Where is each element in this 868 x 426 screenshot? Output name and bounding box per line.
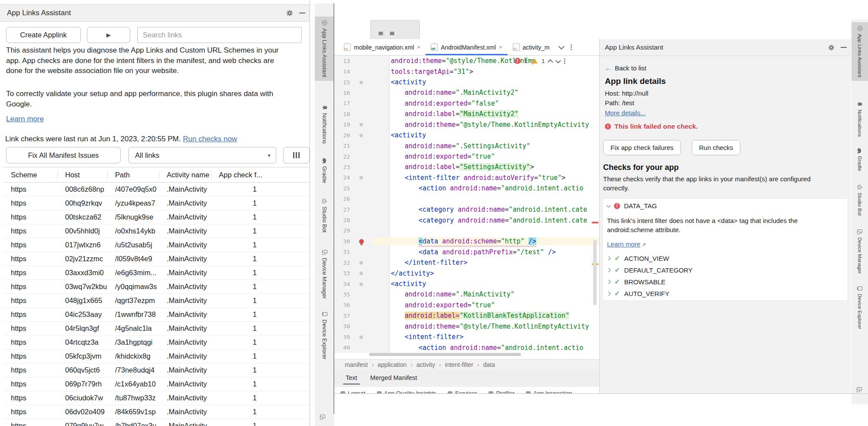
vertical-scrollbar[interactable] <box>593 240 597 305</box>
table-row[interactable]: https03wq7w2kbu/y0qqimaw3s.MainActivity1 <box>3 280 310 294</box>
code-line[interactable]: 36android:exported="true" <box>334 300 599 310</box>
fold-icon[interactable]: ⊖ <box>350 132 373 139</box>
code-line[interactable]: 24⊖<intent-filter android:autoVerify="tr… <box>334 173 599 183</box>
next-issue-icon[interactable] <box>556 58 561 63</box>
editor-tab-androidmanifest-xml[interactable]: MFAndroidManifest.xml× <box>426 39 507 55</box>
code-line[interactable]: 17android:exported="false" <box>334 98 599 109</box>
tool-window-button-logcat[interactable]: Logcat <box>340 386 366 393</box>
table-row[interactable]: https00v5hhld0j/o0xhs14ykb.MainActivity1 <box>3 224 310 238</box>
column-header[interactable]: App check f... <box>211 171 310 179</box>
code-line[interactable]: 35android:name=".MainActivity" <box>334 289 599 300</box>
gear-icon[interactable] <box>286 10 293 17</box>
table-row[interactable]: https069p7r79rh/c1x64yab10.MainActivity1 <box>3 377 310 391</box>
column-header[interactable]: Activity name <box>159 171 211 179</box>
create-applink-button[interactable]: Create Applink <box>6 27 81 43</box>
fix-all-manifest-issues-button[interactable]: Fix All Manifest Issues <box>6 147 121 163</box>
breadcrumb-item-intent-filter[interactable]: intent-filter <box>445 361 473 368</box>
fold-icon[interactable]: ⊖ <box>350 260 373 266</box>
gear-icon[interactable] <box>828 44 835 51</box>
code-line[interactable]: 30<data android:scheme="http" /> <box>334 236 599 246</box>
table-row[interactable]: https048jg1x665/qgrt37ezpm.MainActivity1 <box>3 294 310 308</box>
fold-icon[interactable]: ⊖ <box>350 334 373 340</box>
breadcrumb-item-manifest[interactable]: manifest <box>345 361 368 368</box>
breadcrumb-item-application[interactable]: application <box>378 361 407 368</box>
tool-window-button-profiler[interactable]: Profiler <box>488 386 515 393</box>
check-item-default_category[interactable]: ✓DEFAULT_CATEGORY <box>607 266 693 274</box>
check-item-auto_verify[interactable]: ✓AUTO_VERIFY <box>607 290 670 297</box>
column-settings-button[interactable] <box>283 147 310 163</box>
code-line[interactable]: 27<category android:name="android.intent… <box>334 204 599 215</box>
code-line[interactable]: 21android:name=".SettingsActivity" <box>334 140 599 151</box>
horizontal-scrollbar[interactable] <box>369 353 521 356</box>
run-checks-now-link[interactable]: Run checks now <box>183 135 237 143</box>
tool-strip-item-device-explorer[interactable]: Device Explorer <box>315 308 334 363</box>
tool-strip-item-studio-bot[interactable]: Studio Bot <box>315 195 334 236</box>
table-row[interactable]: https06dv02o409/84k659v1sp.MainActivity1 <box>3 405 310 419</box>
table-row[interactable]: https00tskcza62/5lknugk9se.MainActivity1 <box>3 210 310 224</box>
code-line[interactable]: 37android:label="KotlinBlankTestApplicat… <box>334 310 599 321</box>
table-row[interactable]: https060qv5jct6/73ne8udqj4.MainActivity1 <box>3 363 310 377</box>
learn-more-link[interactable]: Learn more <box>6 115 44 123</box>
check-item-data-tag[interactable]: ! DATA_TAG <box>607 202 657 210</box>
fold-icon[interactable]: ⊖ <box>350 174 373 181</box>
tool-strip-item-device-manager[interactable]: Device Manager <box>315 246 334 303</box>
fold-icon[interactable]: ⊖ <box>350 281 373 287</box>
code-line[interactable]: 31<data android:pathPrefix="/test" /> <box>334 247 599 257</box>
code-line[interactable]: 22android:exported="true" <box>334 151 599 162</box>
breadcrumb-item-data[interactable]: data <box>483 361 495 368</box>
table-row[interactable]: https00hq9zrkqv/yzu4kpeas7.MainActivity1 <box>3 196 310 210</box>
code-line[interactable]: 26 <box>334 193 599 204</box>
inspection-widget[interactable]: ! 1 1 <box>515 57 565 65</box>
close-icon[interactable]: × <box>499 44 502 50</box>
code-editor[interactable]: 13android:theme="@style/Theme.KotlinEmp1… <box>334 56 599 353</box>
code-line[interactable]: 18android:label="MainActivity2" <box>334 109 599 119</box>
code-line[interactable]: 16android:name=".MainActivity2" <box>334 87 599 98</box>
code-line[interactable]: 15⊖<activity <box>334 77 599 87</box>
fold-icon[interactable]: ⊖ <box>350 270 373 276</box>
links-filter-dropdown[interactable]: All links ▾ <box>129 147 276 163</box>
table-row[interactable]: https04r5lqn3gf/4g5nalc1la.MainActivity1 <box>3 322 310 336</box>
code-line[interactable]: 25<action android:name="android.intent.a… <box>334 183 599 193</box>
tool-window-button-app-inspection[interactable]: App Inspection <box>526 386 572 393</box>
editor-tab-mobile-navigation-xml[interactable]: <>mobile_navigation.xml× <box>339 39 426 55</box>
tab-options-kebab-icon[interactable] <box>571 44 572 50</box>
fix-app-check-failures-button[interactable]: Fix app check failures <box>603 140 681 155</box>
tool-strip-item-studio-bot[interactable]: Studio Bot <box>851 181 868 219</box>
table-row[interactable]: https06ciudok7w/tu87hwp33z.MainActivity1 <box>3 391 310 405</box>
learn-more-link[interactable]: Learn more↗ <box>607 240 646 248</box>
fold-icon[interactable]: ⊖ <box>350 121 373 128</box>
breadcrumb-item-activity[interactable]: activity <box>416 361 435 368</box>
minimize-icon[interactable] <box>841 47 847 48</box>
tool-strip-item-device-explorer[interactable]: Device Explorer <box>851 282 868 333</box>
fold-icon[interactable]: ⊖ <box>350 79 373 86</box>
code-line[interactable]: 28<category android:name="android.intent… <box>334 215 599 225</box>
more-options-icon[interactable] <box>564 58 565 64</box>
column-header[interactable]: Host <box>58 171 108 179</box>
minimize-icon[interactable] <box>299 13 305 13</box>
table-row[interactable]: https04rtcqtz3a/3a1hgptqgi.MainActivity1 <box>3 336 310 349</box>
code-line[interactable]: 33⊖</activity> <box>334 268 599 278</box>
table-row[interactable]: https02jv21zzmc/l059v8t4e9.MainActivity1 <box>3 252 310 266</box>
column-header[interactable]: Path <box>108 171 159 179</box>
code-line[interactable]: 40<action android:name="android.intent.a… <box>334 342 599 353</box>
code-line[interactable]: 29 <box>334 226 599 236</box>
links-table-header[interactable]: SchemeHostPathActivity nameApp check f..… <box>3 167 310 183</box>
tool-strip-item-notifications[interactable]: Notifications <box>315 101 334 147</box>
search-links-input[interactable] <box>137 27 302 43</box>
table-row[interactable]: https03axxd3mi0/e6g63mim....MainActivity… <box>3 266 310 280</box>
tool-window-button-app-quality-insights[interactable]: App Quality Insights <box>377 386 436 393</box>
tool-strip-item-gradle[interactable]: Gradle <box>315 155 334 186</box>
table-row[interactable]: https079g9luv7w/h7bd07ox3y.MainActivity1 <box>3 419 310 426</box>
back-to-list-link[interactable]: ← Back to list <box>605 64 647 72</box>
check-item-browsable[interactable]: ✓BROWSABLE <box>607 278 666 286</box>
error-bulb-icon[interactable] <box>350 239 373 244</box>
tool-strip-item-app-links-assistant[interactable]: App Links Assistant <box>315 17 334 81</box>
prev-issue-icon[interactable] <box>548 59 554 65</box>
tool-strip-item-device-manager[interactable]: Device Manager <box>851 226 868 277</box>
close-icon[interactable]: × <box>417 44 421 50</box>
table-row[interactable]: https04ic253aay/1wwnfbr738.MainActivity1 <box>3 308 310 322</box>
table-row[interactable]: https008c6z68np/407e09q5x0.MainActivity1 <box>3 183 310 196</box>
run-checks-button[interactable]: Run checks <box>692 140 740 155</box>
tool-strip-item-gradle[interactable]: Gradle <box>851 145 868 175</box>
editor-view-tab-merged-manifest[interactable]: Merged Manifest <box>365 371 422 385</box>
